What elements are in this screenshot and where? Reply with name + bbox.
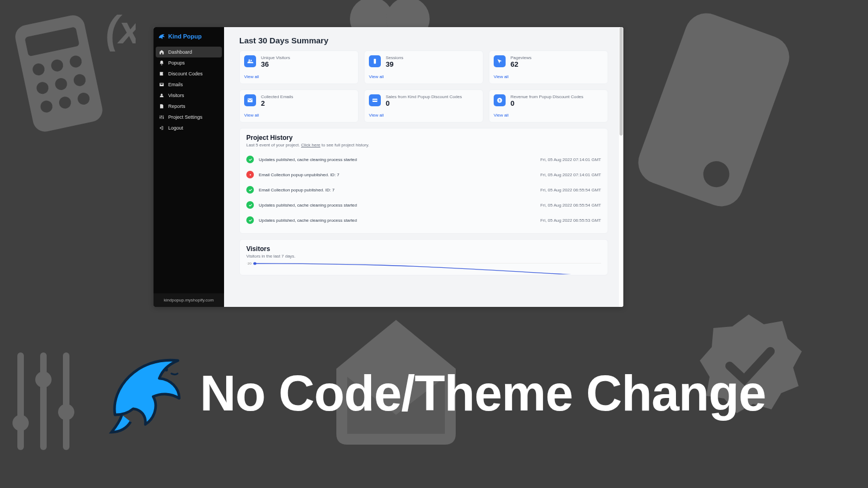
sidebar-item-visitors[interactable]: Visitors — [156, 90, 222, 101]
sidebar-item-popups[interactable]: Popups — [156, 57, 222, 68]
card-label: Sessions — [386, 55, 403, 60]
history-time: Fri, 05 Aug 2022 07:14:01 GMT — [540, 157, 601, 162]
history-text: Updates published, cache cleaning proces… — [259, 218, 357, 223]
view-all-link[interactable]: View all — [494, 74, 603, 79]
svg-point-23 — [159, 117, 161, 118]
sidebar-item-label: Project Settings — [168, 114, 202, 120]
svg-rect-30 — [373, 100, 378, 101]
svg-point-25 — [163, 118, 164, 119]
app-title: Kind Popup — [168, 33, 202, 40]
card-label: Sales from Kind Popup Discount Codes — [386, 94, 462, 99]
home-icon — [159, 49, 164, 55]
svg-point-26 — [248, 60, 250, 61]
card-icon — [369, 94, 381, 106]
visitors-chart: 20 — [246, 263, 601, 274]
logout-icon — [159, 125, 164, 131]
sidebar-item-logout[interactable]: Logout — [156, 123, 222, 133]
history-text: Email Collection popup published. ID: 7 — [259, 188, 335, 192]
subtitle-text: to see full project history. — [321, 143, 369, 147]
click-here-link[interactable]: Click here — [301, 143, 321, 147]
sidebar-item-project-settings[interactable]: Project Settings — [156, 112, 222, 123]
history-time: Fri, 05 Aug 2022 06:55:54 GMT — [540, 188, 601, 192]
history-row: Updates published, cache cleaning proces… — [246, 197, 601, 213]
sidebar-item-label: Reports — [168, 104, 186, 109]
sidebar-header: Kind Popup — [154, 27, 224, 44]
tagline-section: No Code/Theme Change — [0, 347, 868, 439]
mail-icon — [159, 82, 164, 87]
sessions-icon — [369, 55, 381, 67]
sidebar-item-label: Visitors — [168, 93, 184, 98]
svg-text:(x): (x) — [106, 8, 136, 52]
history-text: Updates published, cache cleaning proces… — [259, 157, 357, 162]
visitors-panel: Visitors Visitors in the last 7 days. 20 — [239, 239, 608, 275]
view-all-link[interactable]: View all — [369, 113, 478, 118]
app-window: Kind Popup Dashboard Popups Discount Cod… — [154, 27, 623, 307]
card-value: 62 — [510, 60, 532, 69]
svg-rect-28 — [374, 59, 376, 64]
summary-cards: Unique Visitors 36 View all Sessions 39 … — [239, 50, 608, 123]
history-time: Fri, 05 Aug 2022 06:55:54 GMT — [540, 203, 601, 208]
history-time: Fri, 05 Aug 2022 06:55:53 GMT — [540, 218, 601, 223]
dollar-icon: $ — [494, 94, 506, 106]
sidebar-item-label: Popups — [168, 60, 185, 66]
tag-icon — [159, 71, 164, 76]
sidebar-item-dashboard[interactable]: Dashboard — [156, 47, 222, 57]
card-value: 2 — [261, 99, 293, 108]
card-label: Pageviews — [510, 55, 532, 60]
scrollbar[interactable] — [619, 27, 623, 307]
sidebar-item-discount-codes[interactable]: Discount Codes — [156, 68, 222, 79]
pageviews-icon — [494, 55, 506, 67]
check-icon — [246, 156, 254, 163]
tagline-text: No Code/Theme Change — [200, 365, 765, 422]
sidebar-item-emails[interactable]: Emails — [156, 79, 222, 90]
project-history-panel: Project History Last 5 event of your pro… — [239, 128, 608, 234]
sidebar-footer: kindpopup.myshopify.com — [154, 293, 224, 307]
main-content: Last 30 Days Summary Unique Visitors 36 … — [224, 27, 623, 307]
panel-title: Project History — [246, 134, 601, 142]
history-time: Fri, 05 Aug 2022 07:14:01 GMT — [540, 172, 601, 177]
view-all-link[interactable]: View all — [244, 113, 354, 118]
subtitle-text: Last 5 event of your project. — [246, 143, 301, 147]
error-icon — [246, 171, 254, 178]
sidebar: Kind Popup Dashboard Popups Discount Cod… — [154, 27, 224, 307]
sidebar-item-label: Emails — [168, 82, 183, 87]
history-row: Updates published, cache cleaning proces… — [246, 213, 601, 228]
history-text: Updates published, cache cleaning proces… — [259, 203, 357, 208]
card-sales-discount: Sales from Kind Popup Discount Codes 0 V… — [364, 89, 483, 123]
sidebar-item-label: Dashboard — [168, 49, 192, 55]
sidebar-item-reports[interactable]: Reports — [156, 101, 222, 112]
svg-point-33 — [250, 174, 251, 175]
page-title: Last 30 Days Summary — [239, 36, 608, 45]
view-all-link[interactable]: View all — [244, 74, 354, 79]
svg-point-27 — [251, 60, 252, 61]
view-all-link[interactable]: View all — [369, 74, 478, 79]
card-value: 0 — [510, 99, 583, 108]
panel-subtitle: Visitors in the last 7 days. — [246, 254, 601, 259]
nav: Dashboard Popups Discount Codes Emails V… — [154, 44, 224, 293]
card-label: Unique Visitors — [261, 55, 290, 60]
check-icon — [246, 216, 254, 224]
sidebar-item-label: Discount Codes — [168, 71, 203, 76]
bg-calculator: (x) — [11, 5, 136, 146]
view-all-link[interactable]: View all — [494, 113, 603, 118]
check-icon — [246, 201, 254, 209]
bg-phone — [624, 5, 808, 233]
card-pageviews: Pageviews 62 View all — [489, 50, 608, 84]
dolphin-logo-icon — [158, 33, 165, 40]
svg-point-22 — [161, 94, 162, 95]
card-value: 0 — [386, 99, 462, 108]
sliders-icon — [159, 114, 164, 120]
card-label: Revenue from Popup Discount Codes — [510, 94, 583, 99]
user-icon — [159, 93, 164, 98]
history-row: Email Collection popup unpublished. ID: … — [246, 167, 601, 182]
history-row: Updates published, cache cleaning proces… — [246, 152, 601, 167]
sidebar-item-label: Logout — [168, 125, 183, 131]
card-value: 39 — [386, 60, 403, 69]
report-icon — [159, 104, 164, 109]
card-revenue-discount: $ Revenue from Popup Discount Codes 0 Vi… — [489, 89, 608, 123]
card-label: Collected Emails — [261, 94, 293, 99]
card-value: 36 — [261, 60, 290, 69]
card-sessions: Sessions 39 View all — [364, 50, 483, 84]
panel-title: Visitors — [246, 245, 601, 253]
dolphin-logo-large-icon — [102, 347, 189, 439]
